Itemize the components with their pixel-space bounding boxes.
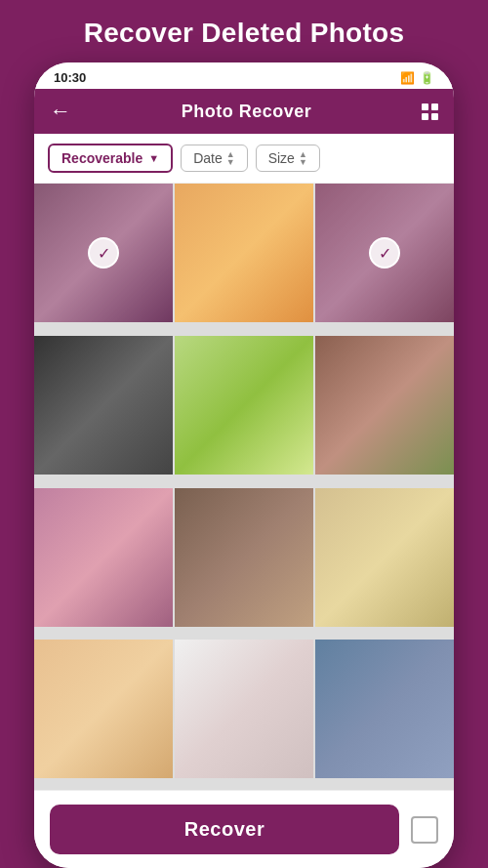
filter-bar: Recoverable ▼ Date ▲ ▼ Size ▲ ▼ bbox=[34, 134, 454, 184]
page-title: Recover Deleted Photos bbox=[64, 0, 425, 62]
photo-cell-8[interactable] bbox=[175, 488, 313, 627]
status-icons: 📶 🔋 bbox=[400, 71, 434, 85]
grid-view-button[interactable] bbox=[422, 103, 438, 120]
photo-cell-1[interactable]: ✓ bbox=[34, 184, 173, 322]
photo-cell-9[interactable] bbox=[315, 488, 454, 627]
dropdown-arrow-icon: ▼ bbox=[148, 152, 159, 164]
sort-arrows-icon: ▲ ▼ bbox=[226, 150, 235, 166]
photo-cell-3[interactable]: ✓ bbox=[315, 184, 454, 322]
photo-cell-6[interactable] bbox=[315, 336, 454, 475]
header-title: Photo Recover bbox=[182, 102, 312, 122]
back-button[interactable]: ← bbox=[50, 99, 71, 124]
photo-cell-7[interactable] bbox=[34, 488, 173, 627]
battery-icon: 🔋 bbox=[420, 71, 434, 85]
size-sort-button[interactable]: Size ▲ ▼ bbox=[256, 145, 320, 172]
photo-cell-12[interactable] bbox=[315, 640, 454, 778]
recover-button[interactable]: Recover bbox=[50, 805, 399, 854]
bottom-bar: Recover bbox=[34, 790, 454, 868]
phone-frame: 10:30 📶 🔋 ← Photo Recover Recoverable ▼ … bbox=[34, 62, 454, 868]
status-time: 10:30 bbox=[54, 70, 86, 85]
photo-cell-11[interactable] bbox=[175, 640, 313, 778]
photo-check-3: ✓ bbox=[369, 237, 400, 269]
date-sort-button[interactable]: Date ▲ ▼ bbox=[181, 145, 248, 172]
photo-check-1: ✓ bbox=[88, 237, 119, 269]
photo-cell-10[interactable] bbox=[34, 640, 173, 778]
app-header: ← Photo Recover bbox=[34, 89, 454, 134]
wifi-icon: 📶 bbox=[400, 71, 415, 85]
photo-cell-4[interactable] bbox=[34, 336, 173, 475]
recoverable-filter-button[interactable]: Recoverable ▼ bbox=[48, 144, 173, 173]
select-all-checkbox[interactable] bbox=[411, 816, 438, 844]
photo-grid: ✓ ✓ bbox=[34, 184, 454, 790]
photo-cell-2[interactable] bbox=[175, 184, 313, 322]
photo-cell-5[interactable] bbox=[175, 336, 313, 475]
size-sort-arrows-icon: ▲ ▼ bbox=[299, 150, 307, 166]
status-bar: 10:30 📶 🔋 bbox=[34, 62, 454, 89]
